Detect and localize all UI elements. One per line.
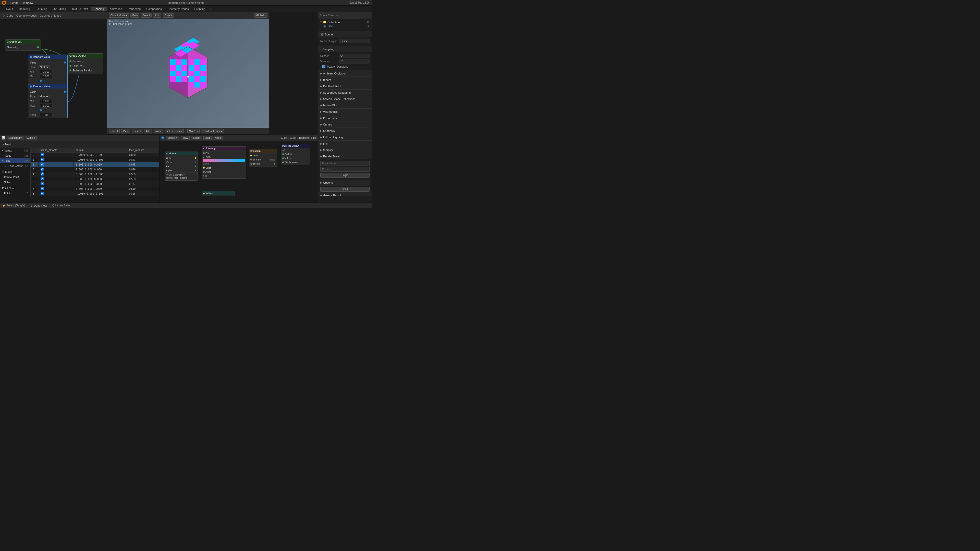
viewport-denoising-checkbox[interactable]: ✓ [322, 65, 325, 68]
send-button[interactable]: Send [320, 187, 369, 192]
use-nodes-btn[interactable]: ✓ Use Nodes [165, 129, 184, 133]
tree-edge[interactable]: ― Edge 768 [0, 153, 30, 158]
mat-colorramp-node[interactable]: ColorRamp Fac ● RGB ▾ 0.683 [202, 146, 246, 179]
menu-window[interactable]: Window [21, 1, 35, 5]
simplify-header[interactable]: ▶ Simplify [318, 147, 372, 153]
tree-spline[interactable]: Spline 0 [0, 179, 30, 185]
tree-face[interactable]: ■ Face 384 [0, 158, 30, 163]
vol-header[interactable]: ▶ Volumetrics [318, 109, 372, 115]
tab-layout[interactable]: Layout [2, 6, 16, 11]
mat-attribute-node-2[interactable]: Attribute Color Vector Fac [202, 191, 235, 196]
scene-section-header[interactable]: 🎬 Scene [318, 32, 372, 38]
ss-cube-dropdown[interactable]: Cube ▾ [25, 136, 37, 140]
mat-attribute-node-1[interactable]: Attribute Color Vector Fac [165, 151, 198, 181]
curves-header[interactable]: ▶ Curves [318, 121, 372, 127]
mat-object-dropdown[interactable]: Object ▾ [166, 136, 179, 140]
tree-control-point[interactable]: Control Point 0 [0, 175, 30, 179]
tab-shading[interactable]: Shading [91, 6, 107, 11]
password-input[interactable] [320, 167, 369, 171]
viewport-samples[interactable]: 16 [339, 59, 369, 64]
rv2-type-dropdown[interactable]: Float [38, 95, 49, 98]
tab-compositing[interactable]: Compositing [144, 6, 164, 11]
shadows-header[interactable]: ▶ Shadows [318, 128, 372, 134]
options-toggle[interactable]: ▶ Options [320, 179, 369, 186]
sc-collection-header[interactable]: ▾ 📁 Collection 👁 [318, 20, 372, 24]
view-btn[interactable]: View [130, 13, 140, 17]
col-face-random[interactable]: face_random [127, 148, 159, 152]
tree-point[interactable]: Point 0 [0, 191, 30, 196]
collection-visibility[interactable]: 👁 [367, 21, 369, 24]
sampling-section-header[interactable]: ▾ Sampling [318, 46, 372, 52]
login-button[interactable]: Login [320, 173, 369, 178]
perf-header[interactable]: ▶ Performance [318, 115, 372, 121]
rv1-type-dropdown[interactable]: Float [38, 65, 49, 69]
tab-texture-paint[interactable]: Texture Paint [69, 6, 91, 11]
rv1-max[interactable]: 1.000 [40, 75, 52, 78]
rv2-min[interactable]: 1.000 [40, 99, 52, 103]
ss-evaluated-dropdown[interactable]: Evaluated ▾ [6, 136, 24, 140]
mat-add-btn[interactable]: Add [204, 136, 212, 140]
status-select[interactable]: ⚡ Select (Toggle) [2, 204, 25, 207]
node-group-input[interactable]: Group Input Geometry [5, 39, 41, 51]
tab-sculpting[interactable]: Sculpting [33, 6, 50, 11]
mat-node-btn[interactable]: Node [213, 136, 223, 140]
tree-vertex[interactable]: ● Vertex 386 [0, 148, 30, 153]
mat-emission-node[interactable]: Emission Color Strength 1.000 Emission [249, 149, 277, 167]
random-faces-dropdown[interactable]: Random Faces ▾ [201, 129, 224, 133]
menu-blender[interactable]: Blender [8, 1, 21, 5]
mat-output-node[interactable]: Material Output All ▾ Surface Volume [281, 144, 310, 165]
mat-view-btn[interactable]: View [181, 136, 190, 140]
node-bottom-btn[interactable]: Node [154, 129, 163, 133]
gp-header[interactable]: ▶ Grease Pencil [318, 192, 372, 196]
tree-curve[interactable]: ◌ Curve [0, 169, 30, 175]
sc-cube-item[interactable]: ▣ Cube 👁 [318, 24, 372, 28]
tree-face-corner[interactable]: ◫ Face Corner 5K [0, 163, 30, 168]
breadcrumb-scene[interactable]: Cube [6, 14, 13, 17]
colorramp-gradient[interactable] [203, 159, 245, 162]
mat-select-btn[interactable]: Select [191, 136, 202, 140]
rv1-min[interactable]: 0.000 [40, 70, 52, 74]
breadcrumb-nodes[interactable]: GeometryNodes [16, 14, 37, 17]
email-input[interactable] [320, 161, 369, 166]
rs-header[interactable]: ▶ RenderStreet [318, 153, 372, 159]
tab-geometry-nodes[interactable]: Geometry Nodes [165, 6, 191, 11]
cube-visibility[interactable]: 👁 [367, 25, 369, 27]
col-id[interactable] [30, 148, 38, 152]
rv2-seed[interactable]: 60 [40, 113, 52, 117]
ao-header[interactable]: ▶ Ambient Occlusion [318, 70, 372, 76]
node-group-output[interactable]: Group Output Geometry Face RNG Emission … [68, 53, 103, 74]
ssr-header[interactable]: ▶ Screen Space Reflections [318, 96, 372, 102]
tab-rendering[interactable]: Rendering [125, 6, 143, 11]
col-normal[interactable]: normal [73, 148, 127, 152]
tab-uv-editing[interactable]: UV Editing [50, 6, 68, 11]
sss-header[interactable]: ▶ Subsurface Scattering [318, 89, 372, 96]
tree-mesh[interactable]: ▾ Mesh [2, 142, 12, 147]
render-samples[interactable]: 64 [339, 54, 369, 58]
select-btn[interactable]: Select [141, 13, 151, 17]
viewport-canvas[interactable]: User Perspective (1) Collection | Cube [107, 19, 269, 128]
view-menu-btn[interactable]: View [121, 129, 130, 133]
blender-logo[interactable]: B [2, 1, 6, 5]
tab-scripting[interactable]: Scripting [192, 6, 208, 11]
slot-dropdown[interactable]: Slot 1 ▾ [187, 129, 199, 133]
add-bottom-btn[interactable]: Add [144, 129, 152, 133]
add-workspace-button[interactable]: + [208, 6, 213, 11]
tree-point-cloud[interactable]: Point Cloud [0, 186, 30, 191]
film-header[interactable]: ▶ Film [318, 141, 372, 147]
add-btn[interactable]: Add [153, 13, 161, 17]
status-dolly[interactable]: 🖱 Dolly View [30, 204, 47, 207]
render-engine-dropdown[interactable]: Eevee [339, 39, 369, 43]
col-shade-smooth[interactable]: shade_smooth [38, 148, 73, 152]
tab-animation[interactable]: Animation [107, 6, 125, 11]
mb-header[interactable]: ▶ Motion Blur [318, 102, 372, 108]
il-header[interactable]: ▶ Indirect Lighting [318, 134, 372, 140]
tab-modeling[interactable]: Modeling [16, 6, 33, 11]
object-menu-btn[interactable]: Object [109, 129, 120, 133]
select-bottom-btn[interactable]: Select [132, 129, 142, 133]
status-lasso[interactable]: ⬡ Lasso Select [52, 204, 72, 207]
rv2-max[interactable]: 3.000 [40, 104, 52, 108]
dof-header[interactable]: ▶ Depth of Field [318, 83, 372, 89]
object-mode-dropdown[interactable]: Object Mode ▾ [109, 13, 129, 17]
node-random-value-2[interactable]: Random Value Value Float Float Min 1.000 [28, 84, 68, 118]
object-btn[interactable]: Object [163, 13, 174, 17]
